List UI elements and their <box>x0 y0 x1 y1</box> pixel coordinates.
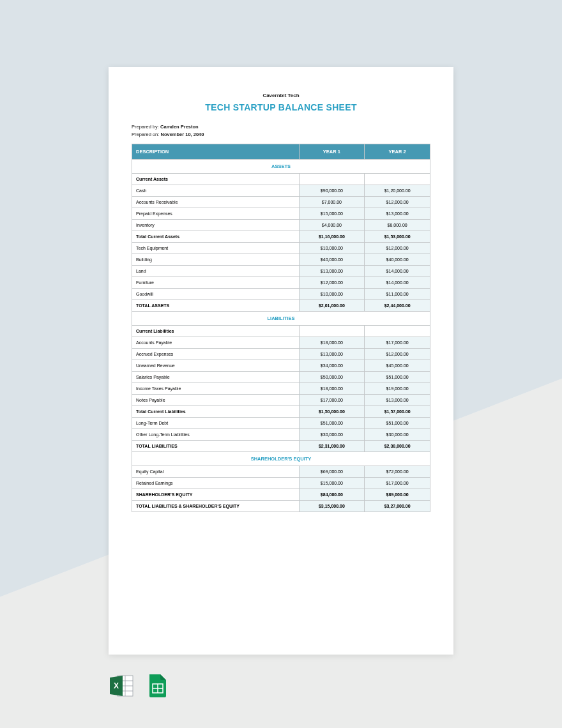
row-accrued-expenses: Accrued Expenses$13,000.00$12,000.00 <box>132 349 430 360</box>
row-tech-equipment: Tech Equipment$10,000.00$12,000.00 <box>132 243 430 254</box>
cell-y1: $84,000.00 <box>299 489 365 501</box>
section-assets: ASSETS <box>132 160 430 174</box>
cell-y2 <box>365 326 430 337</box>
cell-label: Current Assets <box>132 174 300 185</box>
cell-y1: $7,000.00 <box>299 197 365 208</box>
cell-y2: $51,000.00 <box>365 418 430 429</box>
cell-y2: $1,20,000.00 <box>365 185 430 197</box>
row-equity-capital: Equity Capital$69,000.00$72,000.00 <box>132 466 430 478</box>
row-accounts-receivable: Accounts Receivable$7,000.00$12,000.00 <box>132 197 430 208</box>
cell-y2: $12,000.00 <box>365 349 430 360</box>
cell-label: Equity Capital <box>132 466 300 478</box>
cell-y1: $51,000.00 <box>299 418 365 429</box>
cell-y1: $4,000.00 <box>299 220 365 231</box>
cell-y1: $2,01,000.00 <box>299 300 365 312</box>
cell-y2: $17,000.00 <box>365 478 430 489</box>
cell-y2: $17,000.00 <box>365 337 430 349</box>
cell-y2: $13,000.00 <box>365 395 430 406</box>
prepared-by-label: Prepared by: <box>132 124 159 130</box>
cell-y2: $12,000.00 <box>365 197 430 208</box>
row-accounts-payable: Accounts Payable$18,000.00$17,000.00 <box>132 337 430 349</box>
section-liabilities: LIABILITIES <box>132 312 430 326</box>
cell-y1: $15,000.00 <box>299 478 365 489</box>
cell-y1: $18,000.00 <box>299 337 365 349</box>
cell-y1: $69,000.00 <box>299 466 365 478</box>
cell-y1: $13,000.00 <box>299 349 365 360</box>
document-page: Cavernbit Tech TECH STARTUP BALANCE SHEE… <box>109 67 453 655</box>
row-cash: Cash$90,000.00$1,20,000.00 <box>132 185 430 197</box>
cell-label: Notes Payable <box>132 395 300 406</box>
col-year2: YEAR 2 <box>365 144 430 160</box>
cell-label: Furniture <box>132 277 300 289</box>
excel-icon[interactable]: X <box>109 673 134 699</box>
row-building: Building$40,000.00$40,000.00 <box>132 254 430 266</box>
prepared-by-value: Camden Preston <box>160 124 199 130</box>
cell-y1: $17,000.00 <box>299 395 365 406</box>
cell-y1: $1,50,000.00 <box>299 406 365 418</box>
cell-label: Current Liabilities <box>132 326 300 337</box>
google-sheets-icon[interactable] <box>144 673 170 699</box>
section-assets-label: ASSETS <box>132 160 430 174</box>
cell-y1: $50,000.00 <box>299 372 365 383</box>
cell-y1: $18,000.00 <box>299 383 365 395</box>
cell-y2: $13,000.00 <box>365 208 430 220</box>
row-retained-earnings: Retained Earnings$15,000.00$17,000.00 <box>132 478 430 489</box>
cell-y2: $12,000.00 <box>365 243 430 254</box>
prepared-on-label: Prepared on: <box>132 132 159 137</box>
row-current-liabilities-header: Current Liabilities <box>132 326 430 337</box>
cell-y2: $11,000.00 <box>365 289 430 300</box>
cell-label: Retained Earnings <box>132 478 300 489</box>
cell-y2: $2,38,000.00 <box>365 441 430 452</box>
cell-label: Long-Term Debt <box>132 418 300 429</box>
col-description: DESCRIPTION <box>132 144 300 160</box>
row-goodwill: Goodwill$10,000.00$11,000.00 <box>132 289 430 300</box>
cell-label: Tech Equipment <box>132 243 300 254</box>
cell-y2: $51,000.00 <box>365 372 430 383</box>
row-total-current-liabilities: Total Current Liabilities$1,50,000.00$1,… <box>132 406 430 418</box>
cell-y1: $40,000.00 <box>299 254 365 266</box>
row-total-current-assets: Total Current Assets$1,16,000.00$1,53,00… <box>132 231 430 243</box>
cell-y2: $19,000.00 <box>365 383 430 395</box>
section-liabilities-label: LIABILITIES <box>132 312 430 326</box>
cell-y1: $13,000.00 <box>299 266 365 277</box>
row-unearned-revenue: Unearned Revenue$34,000.00$45,000.00 <box>132 360 430 372</box>
cell-label: Salaries Payable <box>132 372 300 383</box>
row-furniture: Furniture$12,000.00$14,000.00 <box>132 277 430 289</box>
prepared-by-line: Prepared by: Camden Preston <box>132 124 430 130</box>
cell-y2: $89,000.00 <box>365 489 430 501</box>
cell-y2: $3,27,000.00 <box>365 501 430 512</box>
cell-y2: $2,44,000.00 <box>365 300 430 312</box>
cell-y2: $14,000.00 <box>365 266 430 277</box>
row-prepaid-expenses: Prepaid Expenses$15,000.00$13,000.00 <box>132 208 430 220</box>
row-other-long-term-liabilities: Other Long-Term Liabilities$30,000.00$30… <box>132 429 430 441</box>
cell-label: SHAREHOLDER'S EQUITY <box>132 489 300 501</box>
row-total-liabilities-equity: TOTAL LIABILITIES & SHAREHOLDER'S EQUITY… <box>132 501 430 512</box>
cell-y2: $1,53,000.00 <box>365 231 430 243</box>
row-notes-payable: Notes Payable$17,000.00$13,000.00 <box>132 395 430 406</box>
cell-label: Inventory <box>132 220 300 231</box>
cell-y1: $10,000.00 <box>299 243 365 254</box>
cell-label: TOTAL LIABILITIES & SHAREHOLDER'S EQUITY <box>132 501 300 512</box>
section-equity: SHAREHOLDER'S EQUITY <box>132 452 430 466</box>
cell-label: Prepaid Expenses <box>132 208 300 220</box>
cell-y2: $40,000.00 <box>365 254 430 266</box>
balance-sheet-table: DESCRIPTION YEAR 1 YEAR 2 ASSETS Current… <box>132 144 430 512</box>
row-shareholders-equity: SHAREHOLDER'S EQUITY$84,000.00$89,000.00 <box>132 489 430 501</box>
cell-y1: $90,000.00 <box>299 185 365 197</box>
company-name: Cavernbit Tech <box>132 93 430 98</box>
row-income-taxes-payable: Income Taxes Payable$18,000.00$19,000.00 <box>132 383 430 395</box>
prepared-on-value: November 10, 2040 <box>160 132 204 137</box>
col-year1: YEAR 1 <box>299 144 365 160</box>
cell-y1: $3,15,000.00 <box>299 501 365 512</box>
row-current-assets-header: Current Assets <box>132 174 430 185</box>
format-icons: X <box>109 673 170 699</box>
cell-label: Cash <box>132 185 300 197</box>
cell-label: Building <box>132 254 300 266</box>
cell-label: Other Long-Term Liabilities <box>132 429 300 441</box>
cell-y2: $45,000.00 <box>365 360 430 372</box>
cell-y1: $12,000.00 <box>299 277 365 289</box>
row-total-liabilities: TOTAL LIABILITIES$2,31,000.00$2,38,000.0… <box>132 441 430 452</box>
cell-y1: $30,000.00 <box>299 429 365 441</box>
table-header-row: DESCRIPTION YEAR 1 YEAR 2 <box>132 144 430 160</box>
svg-text:X: X <box>114 681 119 690</box>
